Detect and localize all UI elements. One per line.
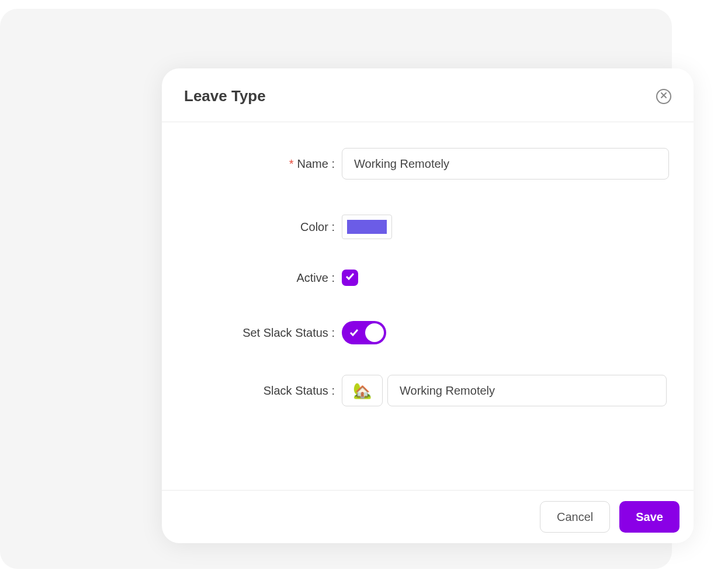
modal-footer: Cancel Save xyxy=(162,490,694,543)
field-row-active: Active : xyxy=(184,270,671,286)
house-garden-icon: 🏡 xyxy=(353,382,372,400)
set-slack-status-label: Set Slack Status : xyxy=(184,326,342,340)
leave-type-modal: Leave Type *Name : Color : xyxy=(162,68,694,543)
name-label: *Name : xyxy=(184,157,342,171)
modal-title: Leave Type xyxy=(184,87,266,105)
set-slack-status-toggle[interactable] xyxy=(342,321,386,344)
slack-emoji-picker[interactable]: 🏡 xyxy=(342,375,383,406)
field-row-color: Color : xyxy=(184,215,671,239)
active-label: Active : xyxy=(184,271,342,285)
color-picker[interactable] xyxy=(342,215,392,239)
check-icon xyxy=(349,327,359,338)
toggle-knob xyxy=(365,323,384,342)
close-button[interactable] xyxy=(656,89,671,104)
cancel-button[interactable]: Cancel xyxy=(540,501,610,533)
modal-body: *Name : Color : Active : xyxy=(162,122,694,490)
slack-status-input[interactable] xyxy=(387,375,667,406)
check-icon xyxy=(345,271,355,284)
field-row-name: *Name : xyxy=(184,148,671,179)
active-checkbox[interactable] xyxy=(342,270,358,286)
field-row-slack-status: Slack Status : 🏡 xyxy=(184,375,671,406)
modal-header: Leave Type xyxy=(162,68,694,122)
color-label: Color : xyxy=(184,220,342,234)
save-button[interactable]: Save xyxy=(619,501,680,533)
name-input[interactable] xyxy=(342,148,669,179)
close-icon xyxy=(660,92,667,101)
slack-status-label: Slack Status : xyxy=(184,384,342,398)
required-asterisk: * xyxy=(289,157,294,170)
color-swatch xyxy=(347,220,387,234)
field-row-set-slack-status: Set Slack Status : xyxy=(184,321,671,344)
